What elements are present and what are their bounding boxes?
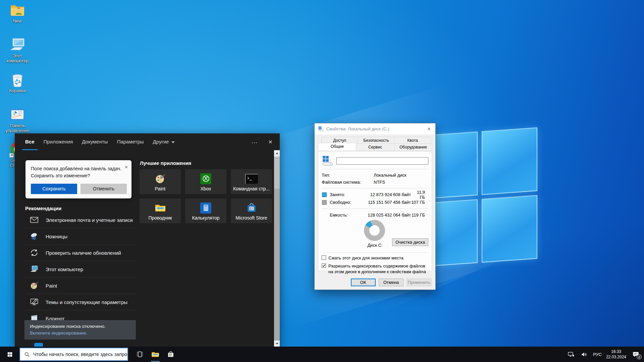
date: 22.03.2024 [606, 354, 626, 360]
dialog-tab-back-2[interactable]: Квота [394, 137, 431, 144]
microsoft-store-button[interactable] [163, 347, 178, 362]
scroll-down-button[interactable] [274, 341, 280, 347]
usage-row: Свободно: 115 151 507 456 байт 107 ГБ [322, 198, 428, 206]
divider [322, 188, 428, 188]
computer-icon [9, 37, 25, 53]
search-icon [24, 352, 30, 357]
recommendation-label: Ножницы [46, 234, 67, 239]
desktop-icon-computer[interactable]: Этот компьютер [3, 37, 32, 72]
desktop-icon-folder-user[interactable]: New [3, 2, 32, 37]
checkbox-label: Сжать этот диск для экономии места [328, 255, 404, 261]
divider [322, 252, 428, 253]
dialog-tabs: ДоступБезопасностьКвота ОбщиеСервисОбору… [315, 134, 435, 151]
checkbox[interactable] [322, 255, 326, 260]
clock[interactable]: 16:33 22.03.2024 [606, 349, 626, 360]
control-panel-icon [9, 107, 25, 123]
network-icon[interactable] [567, 350, 576, 359]
start-button[interactable] [0, 347, 19, 362]
recommendation-item[interactable]: Электронная почта и учетные записи [24, 212, 136, 228]
search-tab-2[interactable]: Документы [82, 133, 108, 150]
shortcut-arrow-icon [9, 153, 14, 158]
top-app-label: Калькулятор [192, 215, 220, 221]
file-explorer-button[interactable] [148, 347, 163, 362]
microsoft-store-icon [167, 350, 175, 358]
recycle-icon [9, 72, 25, 88]
top-app-label: Проводник [148, 215, 172, 221]
volume-label-input[interactable] [336, 157, 428, 165]
recommendation-label: Темы и сопутствующие параметры [46, 299, 127, 305]
search-left-column: × Поле поиска добавлено на панель задач.… [24, 150, 136, 327]
close-icon[interactable]: × [125, 163, 128, 171]
enable-indexing-link[interactable]: Включите индексирование. [30, 330, 130, 336]
more-options-button[interactable]: … [251, 133, 258, 150]
task-view-icon [136, 350, 144, 358]
search-tabbar: ВсеПриложенияДокументыПараметрыДругие … … [15, 133, 280, 150]
recommendations-header: Рекомендации [25, 205, 136, 211]
recommendation-item[interactable]: Paint [24, 278, 136, 294]
scrollbar[interactable] [274, 150, 280, 347]
dialog-footer: OK Отмена Применить [315, 275, 435, 290]
search-tab-4[interactable]: Другие [153, 133, 175, 150]
disk-cleanup-button[interactable]: Очистка диска [392, 238, 428, 246]
legend-swatch [322, 192, 327, 197]
recommendation-item[interactable]: Этот компьютер [24, 261, 136, 278]
triangle-down-icon [276, 343, 278, 345]
update-icon [30, 248, 39, 257]
task-view-button[interactable] [132, 347, 148, 362]
top-apps-header: Лучшие приложения [140, 160, 273, 166]
desktop-icon-recycle[interactable]: Корзина [3, 72, 32, 107]
cancel-button[interactable]: Отмена [379, 279, 404, 286]
apply-button[interactable]: Применить [407, 279, 431, 286]
dialog-tab-front-1[interactable]: Сервис [356, 143, 394, 151]
filesystem-label: Файловая система: [322, 180, 374, 185]
desktop-icon-label: Этот компьютер [3, 54, 32, 64]
top-app-tile[interactable]: Калькулятор [185, 198, 226, 223]
recommendation-item[interactable]: Темы и сопутствующие параметры [24, 294, 136, 310]
windows-logo-icon [7, 351, 13, 358]
recommendation-label: Проверить наличие обновлений [46, 250, 121, 256]
desktop-wallpaper: New Этот компьютер Корзина Панель управл… [0, 0, 644, 362]
capacity-bytes: 128 025 432 064 байт [362, 213, 411, 218]
top-app-tile[interactable]: Xbox [185, 169, 226, 194]
indexing-notice-text: Индексирование поиска отключено. [30, 324, 130, 329]
indexing-notice: Индексирование поиска отключено. Включит… [24, 320, 136, 340]
store-icon [246, 202, 257, 214]
taskbar-app-icons [132, 347, 178, 362]
search-tab-0[interactable]: Все [25, 133, 35, 150]
cancel-button[interactable]: Отменить [80, 184, 127, 194]
dialog-titlebar[interactable]: Свойства: Локальный диск (C:) × [315, 123, 435, 134]
desktop-icon-label: Панель управления [3, 123, 32, 133]
close-icon[interactable]: × [423, 123, 435, 134]
volume-icon[interactable] [580, 350, 589, 359]
top-app-tile[interactable]: Microsoft Store [231, 198, 272, 223]
time: 16:33 [606, 349, 626, 354]
search-save-prompt: × Поле поиска добавлено на панель задач.… [25, 160, 131, 198]
type-value: Локальный диск [374, 173, 407, 178]
ok-button[interactable]: OK [351, 279, 376, 286]
search-tab-3[interactable]: Параметры [117, 133, 144, 150]
top-app-tile[interactable]: Проводник [140, 198, 181, 223]
chevron-down-icon [171, 141, 175, 143]
checkbox-rows: Сжать этот диск для экономии места Разре… [322, 255, 428, 275]
dialog-tab-front-2[interactable]: Оборудование [394, 143, 432, 151]
top-app-tile[interactable]: Paint [140, 169, 181, 194]
prompt-line2: Сохранить это изменение? [31, 172, 127, 179]
desktop-icon-label: Корзина [9, 88, 26, 94]
dialog-tab-back-1[interactable]: Безопасность [358, 137, 395, 144]
properties-dialog: Свойства: Локальный диск (C:) × ДоступБе… [314, 123, 436, 290]
close-icon[interactable]: × [268, 133, 272, 150]
recommendation-item[interactable]: Ножницы [24, 228, 136, 245]
language-indicator[interactable]: РУС [593, 352, 602, 357]
top-app-tile[interactable]: Командная стр... [231, 169, 272, 194]
search-tab-1[interactable]: Приложения [44, 133, 73, 150]
save-button[interactable]: Сохранить [31, 184, 77, 194]
recommendation-item[interactable]: Проверить наличие обновлений [24, 245, 136, 261]
action-center-button[interactable]: 2 [631, 349, 641, 359]
dialog-tab-front-0[interactable]: Общие [318, 143, 356, 150]
taskbar-search-input[interactable]: Чтобы начать поиск, введите здесь запрос [19, 348, 128, 361]
scroll-up-button[interactable] [274, 150, 280, 157]
snipping-icon [30, 232, 39, 241]
scrollbar-thumb[interactable] [274, 157, 280, 189]
desktop-icon-label: New [13, 19, 22, 24]
checkbox[interactable] [322, 263, 326, 268]
